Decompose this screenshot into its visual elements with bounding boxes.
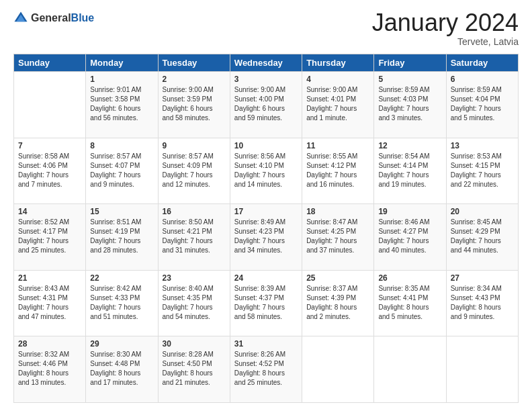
header-monday: Monday [86,54,158,72]
calendar-cell: 16Sunrise: 8:50 AMSunset: 4:21 PMDayligh… [158,204,230,271]
day-number: 12 [378,141,441,150]
day-number: 25 [306,273,369,283]
day-info: Sunrise: 8:35 AMSunset: 4:41 PMDaylight:… [378,284,441,322]
header-friday: Friday [374,54,446,72]
calendar-cell: 14Sunrise: 8:52 AMSunset: 4:17 PMDayligh… [14,204,86,271]
page: GeneralBlue January 2024 Tervete, Latvia… [0,0,532,411]
month-title: January 2024 [372,11,519,35]
day-info: Sunrise: 8:53 AMSunset: 4:15 PMDaylight:… [451,152,514,189]
calendar-week-1: 1Sunrise: 9:01 AMSunset: 3:58 PMDaylight… [14,72,519,138]
calendar-cell: 13Sunrise: 8:53 AMSunset: 4:15 PMDayligh… [446,138,518,204]
day-number: 20 [451,207,514,216]
location: Tervete, Latvia [372,36,519,47]
calendar-cell [446,336,518,403]
calendar-cell [374,336,446,403]
day-info: Sunrise: 8:46 AMSunset: 4:27 PMDaylight:… [378,218,441,255]
day-number: 16 [163,207,226,216]
header-saturday: Saturday [446,54,518,72]
day-number: 26 [378,273,441,283]
day-info: Sunrise: 8:56 AMSunset: 4:10 PMDaylight:… [234,152,298,189]
day-number: 28 [18,339,81,349]
logo-blue: Blue [71,12,95,24]
calendar-cell: 21Sunrise: 8:43 AMSunset: 4:31 PMDayligh… [14,270,86,336]
day-info: Sunrise: 9:00 AMSunset: 4:00 PMDaylight:… [234,85,298,123]
day-number: 15 [90,207,153,216]
day-number: 13 [451,141,514,150]
day-number: 18 [306,207,369,216]
calendar-cell: 2Sunrise: 9:00 AMSunset: 3:59 PMDaylight… [158,72,230,138]
day-number: 3 [234,75,298,84]
day-info: Sunrise: 9:00 AMSunset: 3:59 PMDaylight:… [163,85,226,123]
calendar-week-2: 7Sunrise: 8:58 AMSunset: 4:06 PMDaylight… [14,138,519,204]
calendar-cell: 30Sunrise: 8:28 AMSunset: 4:50 PMDayligh… [158,336,230,403]
logo-icon [13,11,28,26]
day-number: 27 [451,273,514,283]
logo-text: GeneralBlue [31,12,94,24]
day-info: Sunrise: 8:55 AMSunset: 4:12 PMDaylight:… [306,152,369,189]
calendar-cell: 10Sunrise: 8:56 AMSunset: 4:10 PMDayligh… [230,138,302,204]
logo-general: General [31,12,71,24]
day-info: Sunrise: 8:58 AMSunset: 4:06 PMDaylight:… [18,152,81,189]
calendar-cell [14,72,86,138]
day-number: 1 [90,75,153,84]
calendar-cell: 6Sunrise: 8:59 AMSunset: 4:04 PMDaylight… [446,72,518,138]
calendar-week-3: 14Sunrise: 8:52 AMSunset: 4:17 PMDayligh… [14,204,519,271]
day-number: 6 [451,75,514,84]
day-number: 5 [378,75,441,84]
calendar-cell: 9Sunrise: 8:57 AMSunset: 4:09 PMDaylight… [158,138,230,204]
calendar-cell: 22Sunrise: 8:42 AMSunset: 4:33 PMDayligh… [86,270,158,336]
day-number: 9 [163,141,226,150]
calendar-table: Sunday Monday Tuesday Wednesday Thursday… [13,54,519,403]
day-number: 4 [306,75,369,84]
day-info: Sunrise: 8:45 AMSunset: 4:29 PMDaylight:… [451,218,514,255]
calendar-cell: 27Sunrise: 8:34 AMSunset: 4:43 PMDayligh… [446,270,518,336]
header-sunday: Sunday [14,54,86,72]
day-number: 8 [90,141,153,150]
day-number: 10 [234,141,298,150]
calendar-cell: 8Sunrise: 8:57 AMSunset: 4:07 PMDaylight… [86,138,158,204]
day-info: Sunrise: 9:00 AMSunset: 4:01 PMDaylight:… [306,85,369,123]
weekday-header-row: Sunday Monday Tuesday Wednesday Thursday… [14,54,519,72]
day-number: 31 [234,339,298,349]
day-number: 17 [234,207,298,216]
day-info: Sunrise: 8:42 AMSunset: 4:33 PMDaylight:… [90,284,153,322]
day-info: Sunrise: 8:32 AMSunset: 4:46 PMDaylight:… [18,350,81,387]
calendar-cell: 11Sunrise: 8:55 AMSunset: 4:12 PMDayligh… [302,138,374,204]
calendar-cell: 7Sunrise: 8:58 AMSunset: 4:06 PMDaylight… [14,138,86,204]
calendar-cell: 5Sunrise: 8:59 AMSunset: 4:03 PMDaylight… [374,72,446,138]
calendar-cell: 23Sunrise: 8:40 AMSunset: 4:35 PMDayligh… [158,270,230,336]
day-info: Sunrise: 8:50 AMSunset: 4:21 PMDaylight:… [163,218,226,255]
header-wednesday: Wednesday [230,54,302,72]
day-number: 24 [234,273,298,283]
calendar-cell: 26Sunrise: 8:35 AMSunset: 4:41 PMDayligh… [374,270,446,336]
day-number: 21 [18,273,81,283]
title-section: January 2024 Tervete, Latvia [372,11,519,47]
day-info: Sunrise: 8:57 AMSunset: 4:09 PMDaylight:… [163,152,226,189]
header: GeneralBlue January 2024 Tervete, Latvia [13,11,519,47]
calendar-cell: 1Sunrise: 9:01 AMSunset: 3:58 PMDaylight… [86,72,158,138]
day-info: Sunrise: 8:54 AMSunset: 4:14 PMDaylight:… [378,152,441,189]
day-number: 7 [18,141,81,150]
calendar-cell: 12Sunrise: 8:54 AMSunset: 4:14 PMDayligh… [374,138,446,204]
calendar-cell: 25Sunrise: 8:37 AMSunset: 4:39 PMDayligh… [302,270,374,336]
day-info: Sunrise: 8:59 AMSunset: 4:04 PMDaylight:… [451,85,514,123]
day-info: Sunrise: 8:49 AMSunset: 4:23 PMDaylight:… [234,218,298,255]
calendar-cell: 31Sunrise: 8:26 AMSunset: 4:52 PMDayligh… [230,336,302,403]
day-info: Sunrise: 8:39 AMSunset: 4:37 PMDaylight:… [234,284,298,322]
day-info: Sunrise: 8:28 AMSunset: 4:50 PMDaylight:… [163,350,226,387]
calendar-cell [302,336,374,403]
calendar-cell: 18Sunrise: 8:47 AMSunset: 4:25 PMDayligh… [302,204,374,271]
day-info: Sunrise: 8:40 AMSunset: 4:35 PMDaylight:… [163,284,226,322]
calendar-cell: 19Sunrise: 8:46 AMSunset: 4:27 PMDayligh… [374,204,446,271]
calendar-cell: 17Sunrise: 8:49 AMSunset: 4:23 PMDayligh… [230,204,302,271]
day-number: 22 [90,273,153,283]
header-thursday: Thursday [302,54,374,72]
calendar-cell: 4Sunrise: 9:00 AMSunset: 4:01 PMDaylight… [302,72,374,138]
day-info: Sunrise: 8:34 AMSunset: 4:43 PMDaylight:… [451,284,514,322]
day-number: 14 [18,207,81,216]
day-number: 30 [163,339,226,349]
day-number: 2 [163,75,226,84]
day-number: 29 [90,339,153,349]
day-info: Sunrise: 8:30 AMSunset: 4:48 PMDaylight:… [90,350,153,387]
day-info: Sunrise: 8:43 AMSunset: 4:31 PMDaylight:… [18,284,81,322]
